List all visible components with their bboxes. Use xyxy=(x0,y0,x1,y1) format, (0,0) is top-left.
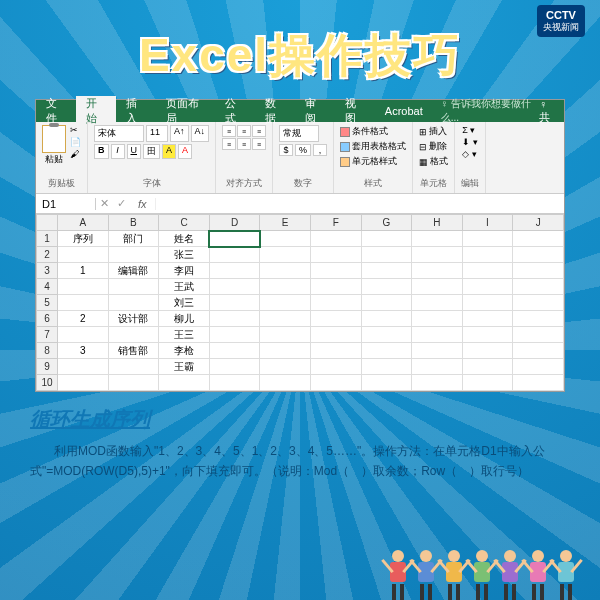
share-button[interactable]: ♀ 共 xyxy=(539,98,564,125)
cell-G5[interactable] xyxy=(361,295,412,311)
font-color-button[interactable]: A xyxy=(178,144,192,159)
cell-B6[interactable]: 设计部 xyxy=(108,311,159,327)
fill-icon[interactable]: ⬇ ▾ xyxy=(462,137,478,147)
cell-C1[interactable]: 姓名 xyxy=(159,231,210,247)
cell-D3[interactable] xyxy=(209,263,260,279)
italic-button[interactable]: I xyxy=(111,144,125,159)
cell-D8[interactable] xyxy=(209,343,260,359)
cell-H2[interactable] xyxy=(412,247,463,263)
row-header-7[interactable]: 7 xyxy=(37,327,58,343)
cell-G4[interactable] xyxy=(361,279,412,295)
cell-C6[interactable]: 柳儿 xyxy=(159,311,210,327)
cell-D7[interactable] xyxy=(209,327,260,343)
font-name-select[interactable]: 宋体 xyxy=(94,125,144,142)
cell-I5[interactable] xyxy=(462,295,513,311)
fill-color-button[interactable]: A xyxy=(162,144,176,159)
cell-G9[interactable] xyxy=(361,359,412,375)
row-header-8[interactable]: 8 xyxy=(37,343,58,359)
row-header-3[interactable]: 3 xyxy=(37,263,58,279)
cell-F2[interactable] xyxy=(310,247,361,263)
decrease-font-icon[interactable]: A↓ xyxy=(191,125,210,142)
row-header-2[interactable]: 2 xyxy=(37,247,58,263)
align-left-icon[interactable]: ≡ xyxy=(222,138,236,150)
cell-H1[interactable] xyxy=(412,231,463,247)
cell-style-button[interactable]: 单元格样式 xyxy=(340,155,406,168)
number-format-select[interactable]: 常规 xyxy=(279,125,319,142)
cell-J10[interactable] xyxy=(513,375,564,391)
cell-C8[interactable]: 李枪 xyxy=(159,343,210,359)
cell-D6[interactable] xyxy=(209,311,260,327)
cell-E10[interactable] xyxy=(260,375,311,391)
cell-J5[interactable] xyxy=(513,295,564,311)
cell-E7[interactable] xyxy=(260,327,311,343)
cell-B5[interactable] xyxy=(108,295,159,311)
cell-B3[interactable]: 编辑部 xyxy=(108,263,159,279)
fx-icon[interactable]: fx xyxy=(130,198,156,210)
cell-D1[interactable] xyxy=(209,231,260,247)
align-bottom-icon[interactable]: ≡ xyxy=(252,125,266,137)
bold-button[interactable]: B xyxy=(94,144,109,159)
format-cells-button[interactable]: ▦ 格式 xyxy=(419,155,448,168)
cell-G8[interactable] xyxy=(361,343,412,359)
cell-A5[interactable] xyxy=(58,295,109,311)
cell-E5[interactable] xyxy=(260,295,311,311)
col-header-F[interactable]: F xyxy=(310,215,361,231)
cell-A7[interactable] xyxy=(58,327,109,343)
spreadsheet-grid[interactable]: ABCDEFGHIJ1序列部门姓名2张三31编辑部李四4王武5刘三62设计部柳儿… xyxy=(36,214,564,391)
cell-I2[interactable] xyxy=(462,247,513,263)
tab-acrobat[interactable]: Acrobat xyxy=(375,105,433,117)
cell-E2[interactable] xyxy=(260,247,311,263)
cell-G1[interactable] xyxy=(361,231,412,247)
insert-cells-button[interactable]: ⊞ 插入 xyxy=(419,125,448,138)
cell-E4[interactable] xyxy=(260,279,311,295)
cell-A3[interactable]: 1 xyxy=(58,263,109,279)
cell-C3[interactable]: 李四 xyxy=(159,263,210,279)
align-right-icon[interactable]: ≡ xyxy=(252,138,266,150)
cell-F5[interactable] xyxy=(310,295,361,311)
cell-G6[interactable] xyxy=(361,311,412,327)
cell-A10[interactable] xyxy=(58,375,109,391)
col-header-D[interactable]: D xyxy=(209,215,260,231)
align-middle-icon[interactable]: ≡ xyxy=(237,125,251,137)
paste-button[interactable]: 粘贴 xyxy=(42,125,66,166)
cell-F10[interactable] xyxy=(310,375,361,391)
cell-F4[interactable] xyxy=(310,279,361,295)
cell-F7[interactable] xyxy=(310,327,361,343)
cell-J3[interactable] xyxy=(513,263,564,279)
cell-A4[interactable] xyxy=(58,279,109,295)
cell-H3[interactable] xyxy=(412,263,463,279)
cell-E9[interactable] xyxy=(260,359,311,375)
cell-H4[interactable] xyxy=(412,279,463,295)
cell-B9[interactable] xyxy=(108,359,159,375)
cell-C4[interactable]: 王武 xyxy=(159,279,210,295)
cell-A8[interactable]: 3 xyxy=(58,343,109,359)
tell-me[interactable]: ♀ 告诉我你想要做什么... xyxy=(441,97,539,125)
cancel-icon[interactable]: ✕ xyxy=(96,197,113,210)
col-header-H[interactable]: H xyxy=(412,215,463,231)
cell-J9[interactable] xyxy=(513,359,564,375)
col-header-G[interactable]: G xyxy=(361,215,412,231)
cell-C9[interactable]: 王霸 xyxy=(159,359,210,375)
cell-B4[interactable] xyxy=(108,279,159,295)
cell-F6[interactable] xyxy=(310,311,361,327)
enter-icon[interactable]: ✓ xyxy=(113,197,130,210)
sum-icon[interactable]: Σ ▾ xyxy=(462,125,478,135)
cell-H8[interactable] xyxy=(412,343,463,359)
cell-J8[interactable] xyxy=(513,343,564,359)
cell-I4[interactable] xyxy=(462,279,513,295)
cell-B7[interactable] xyxy=(108,327,159,343)
col-header-E[interactable]: E xyxy=(260,215,311,231)
cell-J1[interactable] xyxy=(513,231,564,247)
cell-C7[interactable]: 王三 xyxy=(159,327,210,343)
row-header-1[interactable]: 1 xyxy=(37,231,58,247)
cell-I9[interactable] xyxy=(462,359,513,375)
font-size-select[interactable]: 11 xyxy=(146,125,168,142)
cell-F9[interactable] xyxy=(310,359,361,375)
cell-C10[interactable] xyxy=(159,375,210,391)
cell-J4[interactable] xyxy=(513,279,564,295)
cell-H10[interactable] xyxy=(412,375,463,391)
cell-C5[interactable]: 刘三 xyxy=(159,295,210,311)
cell-B2[interactable] xyxy=(108,247,159,263)
row-header-5[interactable]: 5 xyxy=(37,295,58,311)
cell-D9[interactable] xyxy=(209,359,260,375)
